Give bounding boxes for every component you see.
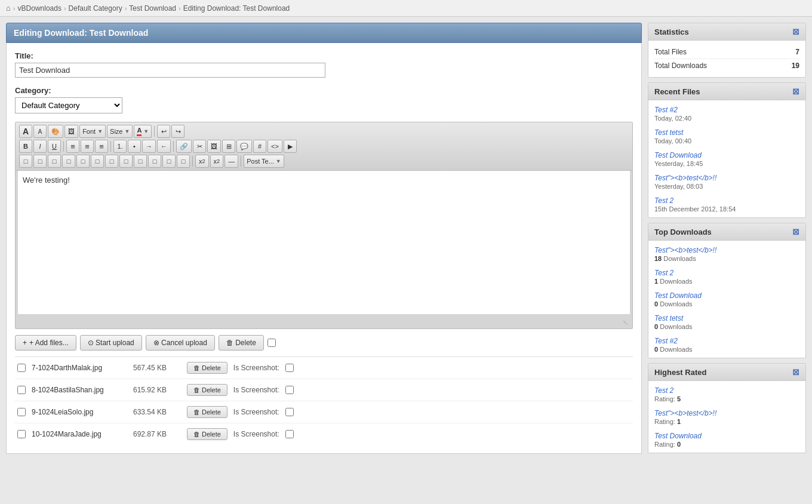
- align-center-btn[interactable]: ≡: [81, 140, 94, 153]
- file-delete-btn-3[interactable]: 🗑 Delete: [187, 406, 227, 418]
- code-btn[interactable]: <>: [267, 140, 282, 153]
- rated-link-3[interactable]: Test Download: [654, 432, 702, 440]
- category-select[interactable]: Default Category: [15, 97, 122, 113]
- underline-btn[interactable]: U: [48, 140, 61, 153]
- highest-rated-collapse-icon[interactable]: ⊠: [792, 367, 799, 377]
- tb3-btn-6[interactable]: □: [91, 155, 104, 168]
- breadcrumb-default-category[interactable]: Default Category: [69, 4, 122, 13]
- tb3-btn-9[interactable]: □: [134, 155, 147, 168]
- link-btn[interactable]: 🔗: [176, 140, 192, 153]
- breadcrumb-vbdownloads[interactable]: vBDownloads: [18, 4, 61, 13]
- top-downloads-count-3: 0 Downloads: [654, 300, 799, 308]
- table-row: 10-1024MaraJade.jpg 692.87 KB 🗑 Delete I…: [15, 423, 633, 445]
- unlink-btn[interactable]: ✂: [193, 140, 206, 153]
- hash-btn[interactable]: #: [253, 140, 266, 153]
- table-btn[interactable]: ⊞: [222, 140, 235, 153]
- title-input[interactable]: [15, 63, 325, 78]
- statistics-section: Statistics ⊠ Total Files 7 Total Downloa…: [648, 23, 806, 78]
- total-downloads-value: 19: [792, 62, 799, 70]
- font-dropdown[interactable]: Font ▼: [79, 125, 106, 138]
- post-text-dropdown[interactable]: Post Te... ▼: [244, 155, 284, 168]
- tb3-btn-10[interactable]: □: [148, 155, 161, 168]
- redo-btn[interactable]: ↪: [171, 125, 184, 138]
- top-link-4[interactable]: Test tetst: [654, 314, 683, 322]
- italic-btn[interactable]: I: [33, 140, 47, 153]
- top-downloads-collapse-icon[interactable]: ⊠: [792, 227, 799, 236]
- recent-link-3[interactable]: Test Download: [654, 151, 702, 159]
- recent-link-1[interactable]: Test #2: [654, 106, 678, 114]
- recent-link-5[interactable]: Test 2: [654, 196, 673, 205]
- statistics-collapse-icon[interactable]: ⊠: [792, 27, 799, 36]
- tb3-btn-11[interactable]: □: [162, 155, 176, 168]
- file-screenshot-cb-4[interactable]: [285, 430, 294, 438]
- file-checkbox-4[interactable]: [17, 430, 26, 438]
- tb3-btn-5[interactable]: □: [76, 155, 90, 168]
- font-size-small-btn[interactable]: A: [33, 125, 47, 138]
- tb3-btn-7[interactable]: □: [105, 155, 118, 168]
- quote-btn[interactable]: 💬: [236, 140, 252, 153]
- total-files-value: 7: [795, 48, 799, 56]
- list-item: Test Download 0 Downloads: [654, 291, 799, 308]
- image-palette-btn[interactable]: 🖼: [64, 125, 78, 138]
- align-left-btn[interactable]: ≡: [66, 140, 79, 153]
- superscript-btn[interactable]: x2: [210, 155, 224, 168]
- size-dropdown[interactable]: Size ▼: [107, 125, 133, 138]
- file-name-2: 8-1024BastilaShan.jpg: [32, 386, 127, 394]
- tb3-btn-8[interactable]: □: [119, 155, 133, 168]
- file-screenshot-label-3: Is Screenshot:: [233, 408, 279, 416]
- media-btn[interactable]: ▶: [284, 140, 297, 153]
- hr-btn[interactable]: —: [224, 155, 238, 168]
- select-all-checkbox[interactable]: [267, 339, 276, 347]
- delete-all-button[interactable]: 🗑 Delete: [219, 335, 264, 351]
- insert-image-btn[interactable]: 🖼: [207, 140, 221, 153]
- font-size-large-btn[interactable]: A: [19, 125, 32, 138]
- file-delete-btn-2[interactable]: 🗑 Delete: [187, 384, 227, 396]
- rated-link-1[interactable]: Test 2: [654, 386, 673, 395]
- indent-btn[interactable]: →: [142, 140, 156, 153]
- file-screenshot-cb-2[interactable]: [285, 386, 294, 394]
- recent-link-2[interactable]: Test tetst: [654, 128, 683, 137]
- outdent-btn[interactable]: ←: [157, 140, 171, 153]
- start-upload-button[interactable]: ⊙ Start upload: [80, 335, 142, 351]
- bold-btn[interactable]: B: [19, 140, 32, 153]
- text-color-dropdown[interactable]: A ▼: [134, 125, 152, 138]
- top-link-5[interactable]: Test #2: [654, 337, 678, 345]
- editor-content-area[interactable]: We're testing!: [18, 171, 630, 314]
- file-screenshot-cb-3[interactable]: [285, 408, 294, 416]
- file-checkbox-2[interactable]: [17, 386, 26, 394]
- tb3-btn-12[interactable]: □: [177, 155, 190, 168]
- editor-wrapper: A A 🎨 🖼 Font ▼ Size ▼ A: [15, 122, 633, 329]
- breadcrumb-test-download[interactable]: Test Download: [129, 4, 176, 13]
- top-link-3[interactable]: Test Download: [654, 291, 702, 300]
- file-delete-btn-1[interactable]: 🗑 Delete: [187, 362, 227, 374]
- breadcrumb: ⌂ › vBDownloads › Default Category › Tes…: [0, 0, 812, 17]
- subscript-btn[interactable]: x2: [195, 155, 209, 168]
- highest-rated-body: Test 2 Rating: 5 Test"><b>test</b>!! Rat…: [648, 381, 805, 453]
- tb3-btn-2[interactable]: □: [33, 155, 47, 168]
- category-group: Category: Default Category: [15, 86, 633, 113]
- top-link-1[interactable]: Test"><b>test</b>!!: [654, 246, 716, 254]
- tb3-btn-3[interactable]: □: [48, 155, 61, 168]
- recent-files-collapse-icon[interactable]: ⊠: [792, 87, 799, 96]
- add-files-button[interactable]: + + Add files...: [15, 335, 76, 351]
- editor-resize-handle[interactable]: ⟍: [16, 316, 632, 328]
- rated-rating-2: Rating: 1: [654, 418, 799, 425]
- file-checkbox-3[interactable]: [17, 408, 26, 416]
- ordered-list-btn[interactable]: 1.: [113, 140, 127, 153]
- toolbar-sep-6: [241, 156, 241, 167]
- color-palette-btn[interactable]: 🎨: [48, 125, 63, 138]
- unordered-list-btn[interactable]: •: [128, 140, 141, 153]
- undo-btn[interactable]: ↩: [157, 125, 170, 138]
- recent-link-4[interactable]: Test"><b>test</b>!!: [654, 174, 716, 182]
- rated-link-2[interactable]: Test"><b>test</b>!!: [654, 409, 716, 417]
- file-screenshot-label-4: Is Screenshot:: [233, 430, 279, 438]
- top-link-2[interactable]: Test 2: [654, 269, 673, 277]
- tb3-btn-1[interactable]: □: [19, 155, 32, 168]
- file-screenshot-cb-1[interactable]: [285, 364, 294, 372]
- cancel-upload-button[interactable]: ⊗ Cancel upload: [146, 335, 215, 351]
- category-select-wrapper: Default Category: [15, 97, 633, 113]
- align-right-btn[interactable]: ≡: [95, 140, 108, 153]
- file-delete-btn-4[interactable]: 🗑 Delete: [187, 428, 227, 440]
- file-checkbox-1[interactable]: [17, 364, 26, 372]
- tb3-btn-4[interactable]: □: [62, 155, 75, 168]
